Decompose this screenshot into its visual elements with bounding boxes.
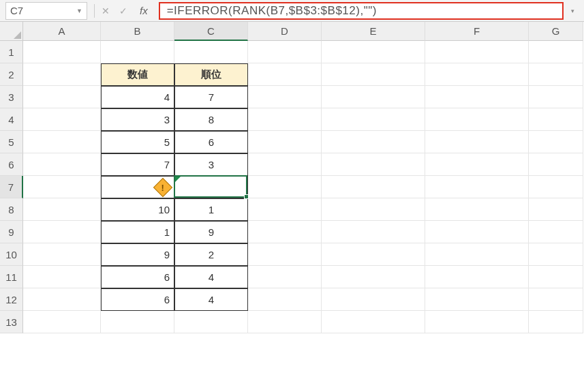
cell-D6[interactable]	[248, 153, 322, 176]
row-header-4[interactable]: 4	[0, 108, 23, 131]
cell-E6[interactable]	[322, 153, 425, 176]
cell-E9[interactable]	[322, 221, 425, 243]
column-header-E[interactable]: E	[322, 22, 425, 41]
cell-G6[interactable]	[529, 153, 583, 176]
cell-D13[interactable]	[248, 311, 322, 333]
name-box[interactable]: C7 ▼	[5, 2, 87, 20]
row-header-8[interactable]: 8	[0, 198, 23, 221]
cell-C2[interactable]: 順位	[174, 63, 248, 86]
row-header-9[interactable]: 9	[0, 221, 23, 243]
cell-F10[interactable]	[425, 243, 529, 266]
expand-formula-bar-icon[interactable]: ▾	[566, 7, 579, 14]
cell-C11[interactable]: 4	[174, 266, 248, 288]
cell-A7[interactable]	[23, 176, 101, 198]
cell-C6[interactable]: 3	[174, 153, 248, 176]
cell-G12[interactable]	[529, 288, 583, 311]
cell-D5[interactable]	[248, 131, 322, 153]
cell-C9[interactable]: 9	[174, 221, 248, 243]
cell-F4[interactable]	[425, 108, 529, 131]
cell-G7[interactable]	[529, 176, 583, 198]
cell-E4[interactable]	[322, 108, 425, 131]
cell-grid[interactable]: 数値順位47385673!10119926464	[23, 41, 583, 333]
cell-G2[interactable]	[529, 63, 583, 86]
cell-C3[interactable]: 7	[174, 86, 248, 108]
row-header-1[interactable]: 1	[0, 41, 23, 63]
cell-E7[interactable]	[322, 176, 425, 198]
cell-E2[interactable]	[322, 63, 425, 86]
cell-F13[interactable]	[425, 311, 529, 333]
column-header-A[interactable]: A	[23, 22, 101, 41]
cell-G3[interactable]	[529, 86, 583, 108]
cell-C8[interactable]: 1	[174, 198, 248, 221]
cell-F12[interactable]	[425, 288, 529, 311]
cell-F9[interactable]	[425, 221, 529, 243]
cell-E8[interactable]	[322, 198, 425, 221]
cell-D9[interactable]	[248, 221, 322, 243]
cell-E1[interactable]	[322, 41, 425, 63]
cell-C13[interactable]	[174, 311, 248, 333]
cell-F8[interactable]	[425, 198, 529, 221]
row-header-3[interactable]: 3	[0, 86, 23, 108]
cell-D1[interactable]	[248, 41, 322, 63]
row-header-7[interactable]: 7	[0, 176, 23, 198]
row-header-10[interactable]: 10	[0, 243, 23, 266]
cell-B2[interactable]: 数値	[101, 63, 174, 86]
row-header-2[interactable]: 2	[0, 63, 23, 86]
cell-E12[interactable]	[322, 288, 425, 311]
cell-B6[interactable]: 7	[101, 153, 174, 176]
column-header-C[interactable]: C	[174, 22, 248, 41]
error-indicator-icon[interactable]: !	[153, 177, 172, 196]
cell-E5[interactable]	[322, 131, 425, 153]
cell-D3[interactable]	[248, 86, 322, 108]
cell-B10[interactable]: 9	[101, 243, 174, 266]
cell-D7[interactable]	[248, 176, 322, 198]
cell-D10[interactable]	[248, 243, 322, 266]
cancel-icon[interactable]: ✕	[102, 5, 110, 16]
select-all-corner[interactable]	[0, 22, 23, 41]
cell-E10[interactable]	[322, 243, 425, 266]
cell-B8[interactable]: 10	[101, 198, 174, 221]
cell-F6[interactable]	[425, 153, 529, 176]
column-header-G[interactable]: G	[529, 22, 583, 41]
cell-D8[interactable]	[248, 198, 322, 221]
cell-B7[interactable]: !	[101, 176, 174, 198]
cell-A3[interactable]	[23, 86, 101, 108]
cell-G11[interactable]	[529, 266, 583, 288]
cell-G9[interactable]	[529, 221, 583, 243]
cell-G8[interactable]	[529, 198, 583, 221]
cell-G1[interactable]	[529, 41, 583, 63]
cell-F3[interactable]	[425, 86, 529, 108]
cell-A2[interactable]	[23, 63, 101, 86]
cell-C1[interactable]	[174, 41, 248, 63]
row-header-12[interactable]: 12	[0, 288, 23, 311]
row-header-5[interactable]: 5	[0, 131, 23, 153]
cell-G4[interactable]	[529, 108, 583, 131]
cell-B4[interactable]: 3	[101, 108, 174, 131]
cell-F7[interactable]	[425, 176, 529, 198]
cell-A4[interactable]	[23, 108, 101, 131]
cell-C12[interactable]: 4	[174, 288, 248, 311]
cell-C7[interactable]	[174, 176, 248, 198]
cell-A10[interactable]	[23, 243, 101, 266]
cell-C4[interactable]: 8	[174, 108, 248, 131]
cell-F11[interactable]	[425, 266, 529, 288]
cell-A13[interactable]	[23, 311, 101, 333]
cell-B13[interactable]	[101, 311, 174, 333]
cell-A6[interactable]	[23, 153, 101, 176]
cell-B9[interactable]: 1	[101, 221, 174, 243]
formula-input[interactable]: =IFERROR(RANK(B7,$B$3:$B$12),"")	[159, 2, 564, 20]
cell-F1[interactable]	[425, 41, 529, 63]
name-box-dropdown-icon[interactable]: ▼	[76, 7, 82, 14]
cell-B1[interactable]	[101, 41, 174, 63]
cell-E3[interactable]	[322, 86, 425, 108]
cell-C10[interactable]: 2	[174, 243, 248, 266]
cell-A5[interactable]	[23, 131, 101, 153]
cell-C5[interactable]: 6	[174, 131, 248, 153]
cell-D12[interactable]	[248, 288, 322, 311]
cell-E11[interactable]	[322, 266, 425, 288]
row-header-6[interactable]: 6	[0, 153, 23, 176]
row-header-13[interactable]: 13	[0, 311, 23, 333]
cell-G13[interactable]	[529, 311, 583, 333]
cell-G5[interactable]	[529, 131, 583, 153]
cell-D4[interactable]	[248, 108, 322, 131]
